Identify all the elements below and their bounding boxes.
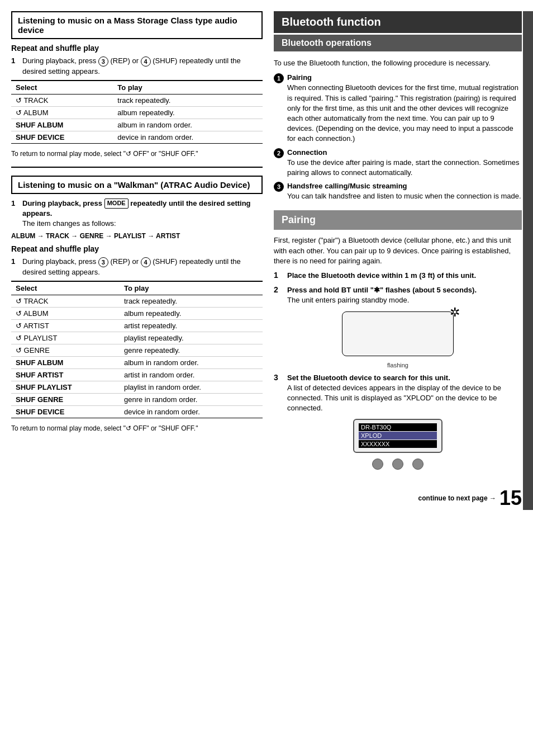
- note2: To return to normal play mode, select "↺…: [11, 424, 263, 433]
- table-row: ↺ TRACKtrack repeatedly.: [11, 94, 263, 106]
- step1-sec2-shuf-text: During playback, press 3 (REP) or 4 (SHU…: [22, 257, 263, 277]
- table-row: ↺ TRACKtrack repeatedly.: [11, 295, 263, 307]
- play-cell: artist repeatedly.: [120, 319, 263, 332]
- select-cell: SHUF PLAYLIST: [11, 381, 120, 393]
- select-cell: ↺ PLAYLIST: [11, 332, 120, 344]
- select-cell: SHUF DEVICE: [11, 131, 113, 143]
- display-item-3: XXXXXXX: [359, 440, 437, 448]
- table-row: SHUF ALBUMalbum in random order.: [11, 356, 263, 368]
- pair-step-bold-3: Set the Bluetooth device to search for t…: [287, 374, 450, 382]
- dark-sidebar-accent: [523, 11, 533, 510]
- btn-4: 4: [141, 56, 151, 67]
- select-cell: SHUF ALBUM: [11, 119, 113, 131]
- bt-bullet-title-1: Pairing: [287, 73, 312, 82]
- table-row: SHUF DEVICEdevice in random order.: [11, 131, 263, 143]
- pairing-steps-container: 1 Place the Bluetooth device within 1 m …: [274, 271, 522, 306]
- bt-bullet-num-3: 3: [274, 182, 284, 192]
- bt-bullet-body-1: When connecting Bluetooth devices for th…: [287, 83, 518, 143]
- subsection2-title: Repeat and shuffle play: [11, 244, 263, 253]
- display-item-1: DR-BT30Q: [359, 423, 437, 431]
- play-cell: artist in random order.: [120, 368, 263, 381]
- select-cell: ↺ GENRE: [11, 344, 120, 356]
- select-cell: SHUF DEVICE: [11, 405, 120, 418]
- album-chain: ALBUM → TRACK → GENRE → PLAYLIST → ARTIS…: [11, 232, 263, 240]
- play-cell: device in random order.: [120, 405, 263, 418]
- table-row: SHUF PLAYLISTplaylist in random order.: [11, 381, 263, 393]
- section1-title: Listening to music on a Mass Storage Cla…: [11, 11, 263, 39]
- table1-col1: Select: [11, 81, 113, 94]
- play-cell: album in random order.: [113, 119, 263, 131]
- xplod-display: DR-BT30QXPLODXXXXXXX: [353, 419, 442, 453]
- step1-sec2: 1 During playback, press MODE repeatedly…: [11, 199, 263, 229]
- step-num-3: 1: [11, 257, 19, 277]
- table-row: SHUF ARTISTartist in random order.: [11, 368, 263, 381]
- btn-4b: 4: [141, 257, 151, 267]
- table2: Select To play ↺ TRACKtrack repeatedly.↺…: [11, 281, 263, 418]
- dev-btn-1: [372, 459, 383, 470]
- play-cell: genre in random order.: [120, 393, 263, 405]
- flash-indicator: ✲: [450, 305, 460, 320]
- section2-title: Listening to music on a "Walkman" (ATRAC…: [11, 176, 263, 194]
- pairing-step-1: 1 Place the Bluetooth device within 1 m …: [274, 271, 522, 281]
- step-bold-text: During playback, press MODE repeatedly u…: [22, 199, 251, 218]
- select-cell: SHUF ARTIST: [11, 368, 120, 381]
- page-footer: continue to next page → 15: [274, 486, 522, 510]
- pair-step-content-3: Set the Bluetooth device to search for t…: [287, 373, 522, 414]
- display-item-2: XPLOD: [359, 432, 437, 440]
- play-cell: album repeatedly.: [120, 307, 263, 319]
- play-cell: album repeatedly.: [113, 106, 263, 119]
- play-cell: genre repeatedly.: [120, 344, 263, 356]
- bt-bullet-content-1: Pairing When connecting Bluetooth device…: [287, 73, 522, 144]
- table-row: ↺ ALBUMalbum repeatedly.: [11, 106, 263, 119]
- pair-step-content-1: Place the Bluetooth device within 1 m (3…: [287, 271, 522, 281]
- flash-label: flashing: [336, 362, 459, 368]
- play-cell: device in random order.: [113, 131, 263, 143]
- play-cell: track repeatedly.: [120, 295, 263, 307]
- divider1: [11, 167, 263, 168]
- btn-3: 3: [98, 56, 108, 67]
- step-num-1: 1: [11, 56, 19, 77]
- play-cell: track repeatedly.: [113, 94, 263, 106]
- select-cell: ↺ TRACK: [11, 94, 113, 106]
- select-cell: ↺ ARTIST: [11, 319, 120, 332]
- play-cell: album in random order.: [120, 356, 263, 368]
- bt-bullet-num-1: 1: [274, 73, 284, 83]
- play-cell: playlist in random order.: [120, 381, 263, 393]
- device-illustration: ✲: [342, 311, 454, 356]
- table1: Select To play ↺ TRACKtrack repeatedly.↺…: [11, 80, 263, 144]
- step-num-2: 1: [11, 199, 19, 229]
- pairing-header: Pairing: [274, 210, 522, 230]
- device-container: ✲ flashing: [336, 311, 459, 368]
- bt-bullet-content-2: Connection To use the device after pairi…: [287, 148, 522, 178]
- bt-bullet-body-2: To use the device after pairing is made,…: [287, 158, 520, 177]
- table2-col2: To play: [120, 281, 263, 295]
- table-row: SHUF GENREgenre in random order.: [11, 393, 263, 405]
- bt-bullet-title-3: Handsfree calling/Music streaming: [287, 182, 407, 190]
- table1-col2: To play: [113, 81, 263, 94]
- pair-step-num-1: 1: [274, 271, 283, 280]
- select-cell: ↺ ALBUM: [11, 307, 120, 319]
- bt-bullet-3: 3 Handsfree calling/Music streaming You …: [274, 181, 522, 201]
- pairing-step3-container: 3 Set the Bluetooth device to search for…: [274, 373, 522, 414]
- table-row: ↺ PLAYLISTplaylist repeatedly.: [11, 332, 263, 344]
- bt-intro: To use the Bluetooth function, the follo…: [274, 58, 522, 68]
- bt-operations-header: Bluetooth operations: [274, 35, 522, 51]
- select-cell: ↺ ALBUM: [11, 106, 113, 119]
- note1: To return to normal play mode, select "↺…: [11, 149, 263, 159]
- play-cell: playlist repeatedly.: [120, 332, 263, 344]
- pair-step-num-2: 2: [274, 285, 283, 294]
- pairing-step-3: 3 Set the Bluetooth device to search for…: [274, 373, 522, 414]
- pair-step-sub-3: A list of detected devices appears in th…: [287, 384, 501, 412]
- bt-bullets-container: 1 Pairing When connecting Bluetooth devi…: [274, 73, 522, 201]
- pair-step-content-2: Press and hold BT until "✱" flashes (abo…: [287, 285, 522, 305]
- step1-sec2-shuf: 1 During playback, press 3 (REP) or 4 (S…: [11, 257, 263, 277]
- select-cell: SHUF ALBUM: [11, 356, 120, 368]
- mode-btn: MODE: [104, 199, 129, 208]
- step1-text: During playback, press 3 (REP) or 4 (SHU…: [22, 56, 263, 77]
- bt-bullet-2: 2 Connection To use the device after pai…: [274, 148, 522, 178]
- device-buttons: [274, 459, 522, 470]
- select-cell: ↺ TRACK: [11, 295, 120, 307]
- table-row: ↺ ALBUMalbum repeatedly.: [11, 307, 263, 319]
- pair-step-bold-1: Place the Bluetooth device within 1 m (3…: [287, 271, 476, 280]
- table2-col1: Select: [11, 281, 120, 295]
